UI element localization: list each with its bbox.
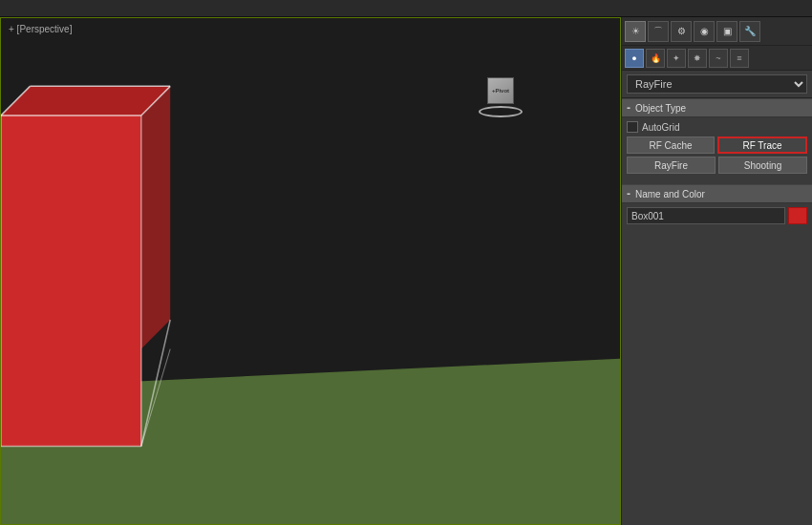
- particles-sub-icon[interactable]: ✦: [667, 49, 686, 68]
- svg-marker-4: [141, 86, 170, 348]
- wind-sub-icon[interactable]: ~: [709, 49, 728, 68]
- tab-icons-row: ☀ ⌒ ⚙ ◉ ▣ 🔧: [622, 17, 812, 46]
- gizmo-ring: [479, 106, 523, 117]
- settings-icon[interactable]: 🔧: [739, 21, 760, 42]
- viewport-label: + [Perspective]: [9, 24, 72, 34]
- gizmo-label: +Pivot: [492, 88, 509, 94]
- more-sub-icon[interactable]: ≡: [730, 49, 749, 68]
- render-icon[interactable]: ▣: [716, 21, 737, 42]
- object-type-minus: -: [627, 101, 630, 115]
- buttons-row-2: RayFire Shooting: [627, 157, 807, 174]
- fire-sub-icon[interactable]: 🔥: [646, 49, 665, 68]
- right-panel: ☀ ⌒ ⚙ ◉ ▣ 🔧 ● 🔥 ✦ ✸ ~ ≡ RayFire - Object…: [621, 17, 812, 525]
- rf-cache-button[interactable]: RF Cache: [627, 136, 715, 154]
- gizmo-cube: +Pivot: [487, 77, 514, 104]
- viewport[interactable]: + [Perspective] +Pivot: [0, 17, 621, 525]
- autogrid-checkbox[interactable]: [627, 121, 638, 133]
- object-type-header[interactable]: - Object Type: [622, 98, 812, 117]
- autogrid-label: AutoGrid: [642, 122, 679, 133]
- object-type-section: AutoGrid RF Cache RF Trace RayFire Shoot…: [622, 117, 812, 180]
- rayfire-dropdown[interactable]: RayFire: [627, 74, 807, 94]
- sub-tab-icons-row: ● 🔥 ✦ ✸ ~ ≡: [622, 46, 812, 71]
- rayfire-button[interactable]: RayFire: [627, 157, 716, 174]
- name-color-header[interactable]: - Name and Color: [622, 184, 812, 203]
- camera-icon[interactable]: ◉: [694, 21, 715, 42]
- debris-sub-icon[interactable]: ✸: [688, 49, 707, 68]
- name-color-minus: -: [627, 187, 630, 200]
- dropdown-row: RayFire: [622, 71, 812, 98]
- sun-icon[interactable]: ☀: [625, 21, 646, 42]
- curve-icon[interactable]: ⌒: [648, 21, 669, 42]
- top-bar: [0, 0, 812, 17]
- svg-rect-2: [1, 116, 141, 447]
- main-area: + [Perspective] +Pivot ☀ ⌒ ⚙ ◉ ▣ 🔧 ● 🔥 ✦…: [0, 17, 812, 525]
- object-name-input[interactable]: [627, 207, 785, 224]
- name-color-title: Name and Color: [635, 189, 705, 200]
- buttons-row-1: RF Cache RF Trace: [627, 136, 807, 154]
- autogrid-row: AutoGrid: [627, 121, 807, 133]
- name-color-section: [622, 203, 812, 228]
- gizmo: +Pivot: [472, 71, 529, 123]
- rayfire-sub-icon[interactable]: ●: [625, 49, 644, 68]
- shooting-button[interactable]: Shooting: [718, 157, 807, 174]
- modifier-icon[interactable]: ⚙: [671, 21, 692, 42]
- object-type-title: Object Type: [635, 103, 686, 114]
- name-color-row: [627, 207, 807, 224]
- color-swatch[interactable]: [788, 207, 807, 224]
- rf-trace-button[interactable]: RF Trace: [717, 136, 807, 154]
